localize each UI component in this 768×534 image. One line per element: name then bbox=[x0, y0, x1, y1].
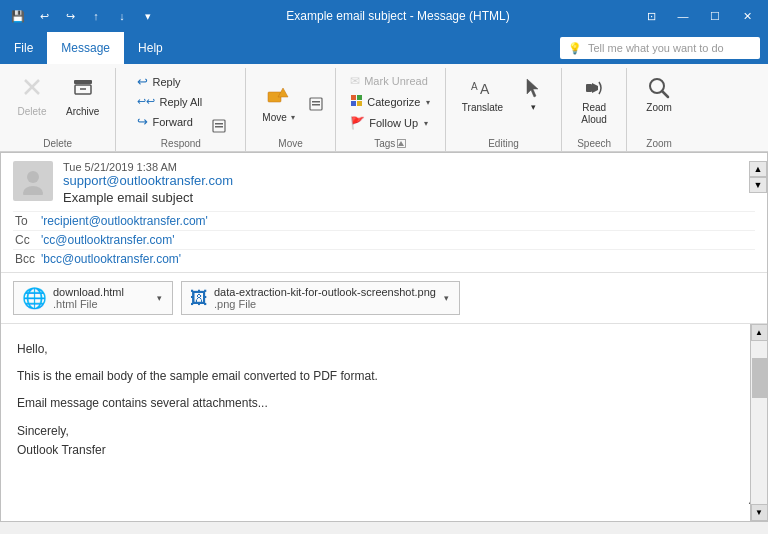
bcc-value[interactable]: 'bcc@outlooktransfer.com' bbox=[41, 252, 181, 266]
respond-col2 bbox=[208, 72, 230, 135]
svg-point-27 bbox=[23, 186, 43, 195]
bcc-row: Bcc 'bcc@outlooktransfer.com' bbox=[13, 249, 755, 268]
body-signature: Outlook Transfer bbox=[17, 443, 106, 457]
zoom-group-buttons: Zoom bbox=[635, 68, 683, 135]
sender-email[interactable]: support@outlooktransfer.com bbox=[63, 173, 755, 188]
ribbon-group-respond: ↩ Reply ↩↩ Reply All ↪ Forward Respond bbox=[116, 68, 246, 151]
html-attachment-dropdown[interactable]: ▾ bbox=[155, 291, 164, 305]
title-bar-left: 💾 ↩ ↪ ↑ ↓ ▾ bbox=[8, 6, 158, 26]
email-content: Tue 5/21/2019 1:38 AM support@outlooktra… bbox=[0, 152, 768, 522]
attachment-html[interactable]: 🌐 download.html .html File ▾ bbox=[13, 281, 173, 315]
reply-icon: ↩ bbox=[137, 74, 148, 89]
svg-rect-7 bbox=[215, 126, 223, 128]
search-placeholder: Tell me what you want to do bbox=[588, 42, 724, 54]
mark-unread-icon: ✉ bbox=[350, 74, 360, 88]
forward-label: Forward bbox=[152, 116, 192, 128]
select-label: ▾ bbox=[531, 102, 536, 112]
svg-rect-13 bbox=[351, 95, 356, 100]
to-value[interactable]: 'recipient@outlooktransfer.com' bbox=[41, 214, 208, 228]
zoom-label: Zoom bbox=[646, 102, 672, 113]
mark-unread-button[interactable]: ✉ Mark Unread bbox=[344, 72, 436, 90]
svg-rect-2 bbox=[74, 80, 92, 84]
body-scroll-thumb[interactable] bbox=[752, 358, 767, 398]
body-closing: Sincerely, Outlook Transfer bbox=[17, 422, 739, 460]
down-btn[interactable]: ↓ bbox=[112, 6, 132, 26]
tags-launcher-icon[interactable] bbox=[397, 139, 406, 148]
tags-group-label: Tags bbox=[374, 135, 406, 151]
cc-value[interactable]: 'cc@outlooktransfer.com' bbox=[41, 233, 174, 247]
svg-text:A: A bbox=[480, 81, 490, 97]
translate-icon: A A bbox=[470, 76, 494, 102]
quick-access-dropdown[interactable]: ▾ bbox=[138, 6, 158, 26]
png-attachment-dropdown[interactable]: ▾ bbox=[442, 291, 451, 305]
respond-group-buttons: ↩ Reply ↩↩ Reply All ↪ Forward bbox=[131, 68, 230, 135]
cc-row: Cc 'cc@outlooktransfer.com' bbox=[13, 230, 755, 249]
select-button[interactable]: ▾ bbox=[513, 72, 553, 116]
move-icon bbox=[266, 84, 292, 112]
body-scroll-down[interactable]: ▼ bbox=[751, 504, 768, 521]
respond-more-button[interactable] bbox=[208, 117, 230, 135]
ribbon-group-delete: Delete Archive Delete bbox=[0, 68, 116, 151]
sender-row: Tue 5/21/2019 1:38 AM support@outlooktra… bbox=[13, 161, 755, 211]
menu-bar: File Message Help 💡 Tell me what you wan… bbox=[0, 32, 768, 64]
zoom-button[interactable]: Zoom bbox=[635, 72, 683, 117]
help-btn[interactable]: ⊡ bbox=[638, 3, 664, 29]
delete-group-buttons: Delete Archive bbox=[8, 68, 107, 135]
email-body-scrollbar[interactable]: ▲ ▼ bbox=[750, 324, 767, 521]
archive-button[interactable]: Archive bbox=[58, 72, 107, 121]
archive-icon bbox=[72, 76, 94, 104]
png-file-icon: 🖼 bbox=[190, 288, 208, 309]
undo-btn[interactable]: ↩ bbox=[34, 6, 54, 26]
close-btn[interactable]: ✕ bbox=[734, 3, 760, 29]
header-scroll-up[interactable]: ▲ bbox=[749, 161, 767, 177]
title-bar: 💾 ↩ ↪ ↑ ↓ ▾ Example email subject - Mess… bbox=[0, 0, 768, 32]
svg-marker-18 bbox=[398, 141, 404, 146]
attachment-png[interactable]: 🖼 data-extraction-kit-for-outlook-screen… bbox=[181, 281, 460, 315]
menu-message[interactable]: Message bbox=[47, 32, 124, 64]
redo-btn[interactable]: ↪ bbox=[60, 6, 80, 26]
reply-all-button[interactable]: ↩↩ Reply All bbox=[131, 93, 208, 110]
tell-me-search[interactable]: 💡 Tell me what you want to do bbox=[560, 37, 760, 59]
email-header: Tue 5/21/2019 1:38 AM support@outlooktra… bbox=[1, 153, 767, 273]
move-rules-button[interactable] bbox=[305, 95, 327, 113]
ribbon: Delete Archive Delete ↩ Reply ↩↩ Reply A… bbox=[0, 64, 768, 152]
followup-button[interactable]: 🚩 Follow Up ▾ bbox=[344, 114, 436, 132]
svg-text:A: A bbox=[471, 81, 478, 92]
move-dropdown-arrow: ▾ bbox=[291, 113, 295, 122]
lightbulb-icon: 💡 bbox=[568, 42, 582, 55]
translate-button[interactable]: A A Translate bbox=[454, 72, 511, 117]
attachment-html-text: download.html .html File bbox=[53, 286, 124, 310]
followup-dropdown-arrow: ▾ bbox=[424, 119, 428, 128]
up-btn[interactable]: ↑ bbox=[86, 6, 106, 26]
read-aloud-button[interactable]: ReadAloud bbox=[570, 72, 618, 130]
forward-button[interactable]: ↪ Forward bbox=[131, 112, 208, 131]
header-scroll-down[interactable]: ▼ bbox=[749, 177, 767, 193]
respond-group-label: Respond bbox=[161, 135, 201, 151]
tags-group-buttons: ✉ Mark Unread Categorize ▾ 🚩 Follow Up ▾ bbox=[344, 68, 436, 135]
reply-button[interactable]: ↩ Reply bbox=[131, 72, 208, 91]
translate-label: Translate bbox=[462, 102, 503, 113]
svg-rect-15 bbox=[351, 101, 356, 106]
categorize-button[interactable]: Categorize ▾ bbox=[344, 92, 436, 112]
archive-label: Archive bbox=[66, 106, 99, 117]
followup-icon: 🚩 bbox=[350, 116, 365, 130]
svg-rect-6 bbox=[215, 123, 223, 125]
ribbon-group-editing: A A Translate ▾ Editing bbox=[446, 68, 562, 151]
read-aloud-label: ReadAloud bbox=[581, 102, 607, 126]
tags-label-text: Tags bbox=[374, 138, 395, 149]
svg-marker-23 bbox=[592, 83, 598, 93]
move-button[interactable]: Move ▾ bbox=[254, 80, 302, 127]
ribbon-group-move: Move ▾ Move bbox=[246, 68, 335, 151]
html-file-type: .html File bbox=[53, 298, 124, 310]
delete-button[interactable]: Delete bbox=[8, 72, 56, 121]
restore-btn[interactable]: ☐ bbox=[702, 3, 728, 29]
ribbon-group-zoom: Zoom Zoom bbox=[627, 68, 691, 151]
menu-file[interactable]: File bbox=[0, 32, 47, 64]
menu-help[interactable]: Help bbox=[124, 32, 177, 64]
body-scroll-up[interactable]: ▲ bbox=[751, 324, 768, 341]
mark-unread-label: Mark Unread bbox=[364, 75, 428, 87]
body-hello: Hello, bbox=[17, 340, 739, 359]
svg-rect-22 bbox=[586, 84, 592, 92]
minimize-btn[interactable]: — bbox=[670, 3, 696, 29]
app-icon: 💾 bbox=[8, 6, 28, 26]
